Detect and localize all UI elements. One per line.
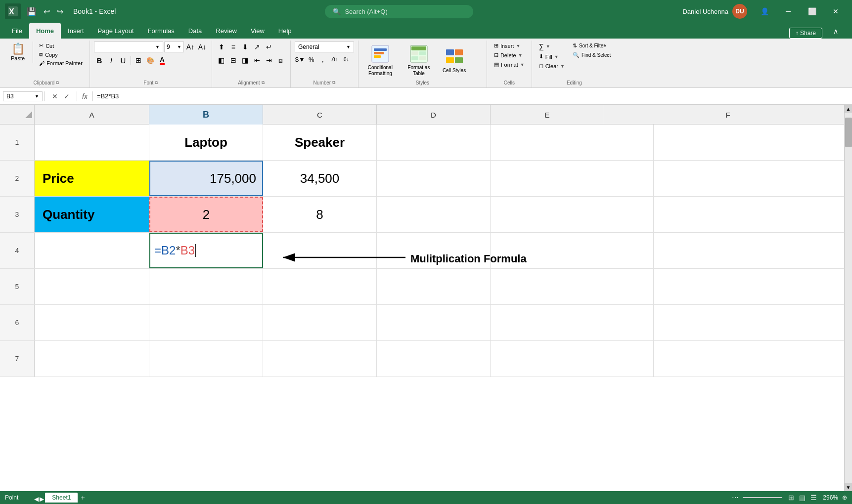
font-name-selector[interactable]: ▼ <box>94 42 163 52</box>
tab-review[interactable]: Review <box>209 23 244 39</box>
cell-d5[interactable] <box>377 269 491 304</box>
cell-e5[interactable] <box>491 269 604 304</box>
cell-c3[interactable]: 8 <box>263 197 377 232</box>
cell-f3[interactable] <box>604 197 654 232</box>
name-box[interactable]: B3 ▼ <box>3 91 43 101</box>
row-number-7[interactable]: 7 <box>0 341 35 377</box>
increase-font-button[interactable]: A↑ <box>185 42 196 52</box>
cell-f2[interactable] <box>604 161 654 196</box>
col-header-a[interactable]: A <box>35 105 149 125</box>
cell-styles-button[interactable]: Cell Styles <box>440 46 469 75</box>
cell-f6[interactable] <box>604 305 654 340</box>
col-header-d[interactable]: D <box>377 105 491 125</box>
tab-view[interactable]: View <box>244 23 271 39</box>
currency-button[interactable]: $▼ <box>295 55 306 64</box>
col-header-c[interactable]: C <box>263 105 377 125</box>
clear-button[interactable]: ◻ Clear ▼ <box>536 62 568 70</box>
cell-a7[interactable] <box>35 341 149 377</box>
cell-d1[interactable] <box>377 125 491 160</box>
add-sheet-button[interactable]: + <box>79 493 87 503</box>
cell-f4[interactable] <box>604 233 654 268</box>
wrap-text-button[interactable]: ↵ <box>264 42 274 52</box>
save-button[interactable]: 💾 <box>25 6 39 17</box>
cell-e6[interactable] <box>491 305 604 340</box>
tab-formulas[interactable]: Formulas <box>141 23 181 39</box>
formula-cancel-button[interactable]: ✕ <box>50 91 60 101</box>
border-button[interactable]: ⊞ <box>133 55 144 66</box>
align-left-button[interactable]: ◧ <box>216 55 227 66</box>
percent-button[interactable]: % <box>306 55 317 64</box>
cell-b2[interactable]: 175,000 <box>149 161 263 196</box>
col-header-b[interactable]: B <box>149 105 263 125</box>
cell-a1[interactable] <box>35 125 149 160</box>
row-number-3[interactable]: 3 <box>0 197 35 232</box>
redo-button[interactable]: ↪ <box>55 6 65 17</box>
vertical-scrollbar[interactable]: ▲ ▼ <box>844 105 852 491</box>
page-break-view-button[interactable]: ☰ <box>808 493 819 503</box>
col-header-e[interactable]: E <box>491 105 604 125</box>
scrollbar-thumb[interactable] <box>845 118 852 147</box>
profile-button[interactable]: 👤 <box>753 4 776 19</box>
tab-data[interactable]: Data <box>181 23 209 39</box>
cell-c7[interactable] <box>263 341 377 377</box>
cell-d6[interactable] <box>377 305 491 340</box>
paste-button[interactable]: 📋 Paste <box>7 42 29 63</box>
cell-d3[interactable] <box>377 197 491 232</box>
cell-e2[interactable] <box>491 161 604 196</box>
share-button[interactable]: ↑ Share <box>789 28 822 39</box>
find-select-button[interactable]: 🔍 Find & Select ▼ <box>570 51 613 59</box>
align-bottom-button[interactable]: ⬇ <box>240 42 251 52</box>
search-input[interactable] <box>345 8 463 15</box>
alignment-expand-icon[interactable]: ⧉ <box>262 80 265 85</box>
cell-b7[interactable] <box>149 341 263 377</box>
cell-a5[interactable] <box>35 269 149 304</box>
col-header-f[interactable]: F <box>604 105 852 125</box>
cell-b5[interactable] <box>149 269 263 304</box>
cell-e4[interactable] <box>491 233 604 268</box>
tab-insert[interactable]: Insert <box>61 23 91 39</box>
cut-button[interactable]: ✂ Cut <box>36 42 86 50</box>
cell-b3[interactable]: 2 <box>149 197 263 232</box>
merge-center-button[interactable]: ⧈ <box>275 55 286 66</box>
copy-button[interactable]: ⧉ Copy <box>36 50 86 59</box>
cell-f1[interactable] <box>604 125 654 160</box>
number-format-selector[interactable]: General ▼ <box>295 42 354 52</box>
sort-filter-button[interactable]: ⇅ Sort & Filter ▼ <box>570 42 613 50</box>
formula-confirm-button[interactable]: ✓ <box>62 91 72 101</box>
underline-button[interactable]: U <box>118 55 129 66</box>
cell-e1[interactable] <box>491 125 604 160</box>
tab-help[interactable]: Help <box>271 23 299 39</box>
close-button[interactable]: ✕ <box>824 4 847 19</box>
format-as-table-button[interactable]: Format as Table <box>401 43 437 78</box>
comma-button[interactable]: , <box>317 55 328 64</box>
fill-color-button[interactable]: 🎨 <box>145 55 156 66</box>
row-number-5[interactable]: 5 <box>0 269 35 304</box>
status-dots-button[interactable]: ⋯ <box>732 494 739 502</box>
bold-button[interactable]: B <box>94 55 105 66</box>
number-expand-icon[interactable]: ⧉ <box>332 80 335 85</box>
font-expand-icon[interactable]: ⧉ <box>155 80 158 85</box>
page-layout-view-button[interactable]: ▤ <box>797 493 807 503</box>
row-number-2[interactable]: 2 <box>0 161 35 196</box>
cell-d7[interactable] <box>377 341 491 377</box>
autosum-button[interactable]: ∑ ▼ <box>536 42 568 51</box>
scroll-down-button[interactable]: ▼ <box>845 483 852 491</box>
cell-d4[interactable] <box>377 233 491 268</box>
maximize-button[interactable]: ⬜ <box>801 4 823 19</box>
undo-button[interactable]: ↩ <box>42 6 52 17</box>
align-center-button[interactable]: ⊟ <box>228 55 239 66</box>
align-top-button[interactable]: ⬆ <box>216 42 227 52</box>
cell-e7[interactable] <box>491 341 604 377</box>
row-number-4[interactable]: 4 <box>0 233 35 268</box>
cell-a3[interactable]: Quantity <box>35 197 149 232</box>
formula-input[interactable] <box>95 91 849 101</box>
font-size-selector[interactable]: 9 ▼ <box>164 42 184 52</box>
row-number-1[interactable]: 1 <box>0 125 35 160</box>
increase-indent-button[interactable]: ⇥ <box>264 55 274 66</box>
cell-f7[interactable] <box>604 341 654 377</box>
ribbon-collapse-button[interactable]: ∧ <box>824 24 847 39</box>
scroll-up-button[interactable]: ▲ <box>845 105 852 113</box>
decrease-font-button[interactable]: A↓ <box>197 42 208 52</box>
cell-c1[interactable]: Speaker <box>263 125 377 160</box>
row-number-6[interactable]: 6 <box>0 305 35 340</box>
